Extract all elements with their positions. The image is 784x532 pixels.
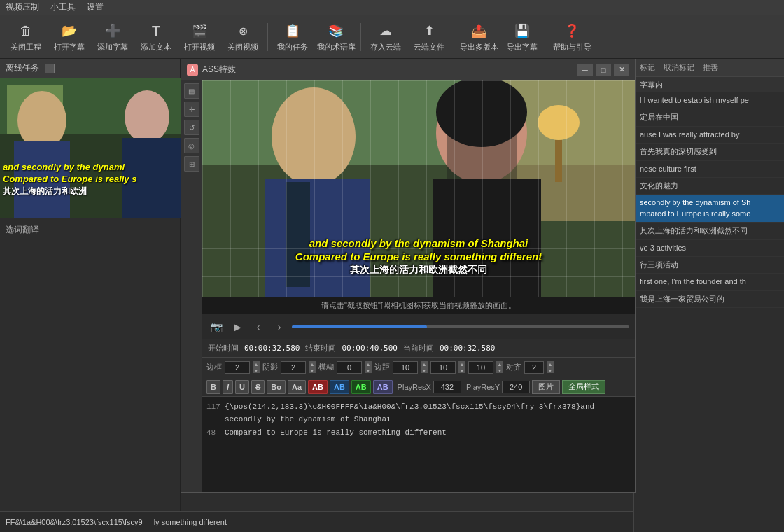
play-button[interactable]: ▶ bbox=[229, 318, 246, 335]
list-item-5[interactable]: 文化的魅力 bbox=[634, 178, 784, 195]
shadow-down[interactable]: ▼ bbox=[309, 368, 316, 373]
grid-tool-icon[interactable]: ⊞ bbox=[184, 156, 200, 172]
blur-input[interactable] bbox=[337, 361, 362, 374]
export-subtitle-button[interactable]: 💾 导出字幕 bbox=[502, 18, 542, 56]
font-case-button[interactable]: Aa bbox=[288, 380, 306, 394]
text-line-117: 117 {\pos(214.2,183.3)\c&H00FFFF&\1a&H00… bbox=[206, 401, 631, 426]
rotate-tool-icon[interactable]: ↺ bbox=[184, 120, 200, 135]
chart-tool-icon[interactable]: ▤ bbox=[184, 83, 200, 99]
fullstyle-button[interactable]: 全局样式 bbox=[562, 380, 606, 394]
align-down[interactable]: ▼ bbox=[547, 368, 554, 373]
align-input[interactable] bbox=[524, 361, 544, 374]
margin3-down[interactable]: ▼ bbox=[496, 368, 503, 373]
playresx-label: PlayResX bbox=[398, 383, 431, 391]
library-icon: 📚 bbox=[326, 21, 346, 41]
color4-button[interactable]: AB bbox=[373, 380, 393, 394]
menu-item-settings[interactable]: 设置 bbox=[87, 1, 104, 13]
ass-window: A ASS特效 ─ □ ✕ ▤ ✛ ↺ ◎ ⊞ bbox=[181, 59, 636, 493]
blur-down[interactable]: ▼ bbox=[365, 368, 372, 373]
border-input[interactable] bbox=[225, 361, 250, 374]
help-button[interactable]: ❓ 帮助与引导 bbox=[552, 18, 592, 56]
margin2-down[interactable]: ▼ bbox=[458, 368, 465, 373]
list-item-6[interactable]: secondly by the dynamism of Shmpared to … bbox=[634, 195, 784, 223]
list-item-2[interactable]: ause I was really attracted by bbox=[634, 127, 784, 144]
menu-bar: 视频压制 小工具 设置 bbox=[0, 0, 784, 15]
prev-frame-button[interactable]: ‹ bbox=[250, 318, 267, 335]
list-item-3[interactable]: 首先我真的深切感受到 bbox=[634, 144, 784, 160]
menu-item-tools[interactable]: 小工具 bbox=[50, 1, 76, 13]
cloud-files-icon: ⬆ bbox=[419, 21, 439, 41]
img-button[interactable]: 图片 bbox=[532, 380, 560, 394]
border-up[interactable]: ▲ bbox=[253, 361, 260, 367]
blur-up[interactable]: ▲ bbox=[365, 361, 372, 367]
push-button[interactable]: 推善 bbox=[700, 61, 721, 74]
list-item-1[interactable]: 定居在中国 bbox=[634, 109, 784, 126]
margin-input-2[interactable] bbox=[430, 361, 456, 374]
main-toolbar: 🗑 关闭工程 📂 打开字幕 ➕ 添加字幕 T 添加文本 🎬 打开视频 ⊗ 关闭视… bbox=[0, 15, 784, 59]
progress-bar[interactable] bbox=[292, 326, 629, 328]
toolbar-separator-4 bbox=[547, 23, 547, 51]
text-content-area[interactable]: 117 {\pos(214.2,183.3)\c&H00FFFF&\1a&H00… bbox=[202, 396, 635, 492]
border-down[interactable]: ▼ bbox=[253, 368, 260, 373]
list-item-10[interactable]: first one, I'm the founder and th bbox=[634, 274, 784, 290]
export-multi-button[interactable]: 📤 导出多版本 bbox=[458, 18, 499, 56]
left-panel-title: 离线任务 bbox=[6, 62, 39, 74]
color3-button[interactable]: AB bbox=[351, 380, 371, 394]
end-time-value: 00:00:40,500 bbox=[342, 344, 397, 353]
add-subtitle-button[interactable]: ➕ 添加字幕 bbox=[92, 18, 133, 56]
margin3-up[interactable]: ▲ bbox=[496, 361, 503, 367]
shadow-up[interactable]: ▲ bbox=[309, 361, 316, 367]
menu-item-video[interactable]: 视频压制 bbox=[6, 1, 39, 13]
list-item-0[interactable]: l I wanted to establish myself pe bbox=[634, 92, 784, 109]
blur-label: 模糊 bbox=[318, 362, 334, 372]
margin-input-1[interactable] bbox=[393, 361, 418, 374]
shadow-spinners: ▲ ▼ bbox=[309, 361, 316, 373]
margin1-up[interactable]: ▲ bbox=[421, 361, 428, 367]
color2-button[interactable]: AB bbox=[330, 380, 349, 394]
italic-button[interactable]: I bbox=[223, 380, 233, 394]
maximize-button[interactable]: □ bbox=[596, 64, 611, 76]
right-subtitle-list: l I wanted to establish myself pe 定居在中国 … bbox=[634, 92, 784, 532]
open-subtitle-button[interactable]: 📂 打开字幕 bbox=[49, 18, 90, 56]
close-video-button[interactable]: ⊗ 关闭视频 bbox=[223, 18, 263, 56]
margin-input-3[interactable] bbox=[468, 361, 493, 374]
right-toolbar: 标记 取消标记 推善 bbox=[634, 59, 784, 77]
left-subtitle-yellow-1: and secondly by the dynami bbox=[3, 162, 178, 174]
open-video-button[interactable]: 🎬 打开视频 bbox=[179, 18, 220, 56]
cloud-storage-button[interactable]: ☁ 存入云端 bbox=[365, 18, 406, 56]
move-tool-icon[interactable]: ✛ bbox=[184, 102, 200, 117]
add-subtitle-icon: ➕ bbox=[103, 21, 122, 41]
mark-button[interactable]: 标记 bbox=[637, 61, 658, 74]
end-time-label: 结束时间 bbox=[305, 343, 336, 354]
playresx-input[interactable] bbox=[433, 381, 461, 393]
cloud-files-button[interactable]: ⬆ 云端文件 bbox=[409, 18, 449, 56]
next-frame-button[interactable]: › bbox=[271, 318, 288, 335]
line-num-48: 48 bbox=[206, 427, 220, 440]
offline-task-checkbox[interactable] bbox=[45, 64, 55, 74]
margin2-up[interactable]: ▲ bbox=[458, 361, 465, 367]
shadow-input[interactable] bbox=[281, 361, 306, 374]
minimize-button[interactable]: ─ bbox=[578, 64, 593, 76]
unmark-button[interactable]: 取消标记 bbox=[661, 61, 697, 74]
text-line-48: 48 Compared to Europe is really somethin… bbox=[206, 427, 631, 440]
list-item-8[interactable]: ve 3 activities bbox=[634, 240, 784, 257]
camera-button[interactable]: 📷 bbox=[208, 318, 225, 335]
my-tasks-button[interactable]: 📋 我的任务 bbox=[272, 18, 313, 56]
list-item-9[interactable]: 行三项活动 bbox=[634, 257, 784, 274]
my-library-button[interactable]: 📚 我的术语库 bbox=[316, 18, 356, 56]
bold-button[interactable]: B bbox=[206, 380, 220, 394]
playresy-input[interactable] bbox=[502, 381, 530, 393]
underline-button[interactable]: U bbox=[235, 380, 249, 394]
close-button[interactable]: ✕ bbox=[614, 64, 629, 76]
strikethrough-button[interactable]: S bbox=[251, 380, 265, 394]
add-text-button[interactable]: T 添加文本 bbox=[136, 18, 176, 56]
list-item-4[interactable]: nese culture first bbox=[634, 161, 784, 178]
list-item-7[interactable]: 其次上海的活力和欧洲截然不同 bbox=[634, 223, 784, 239]
align-up[interactable]: ▲ bbox=[547, 361, 554, 367]
eye-tool-icon[interactable]: ◎ bbox=[184, 138, 200, 153]
margin1-down[interactable]: ▼ bbox=[421, 368, 428, 373]
close-project-button[interactable]: 🗑 关闭工程 bbox=[6, 18, 46, 56]
list-item-11[interactable]: 我是上海一家贸易公司的 bbox=[634, 291, 784, 308]
color1-button[interactable]: AB bbox=[308, 380, 328, 394]
bo-button[interactable]: Bo bbox=[267, 380, 286, 394]
